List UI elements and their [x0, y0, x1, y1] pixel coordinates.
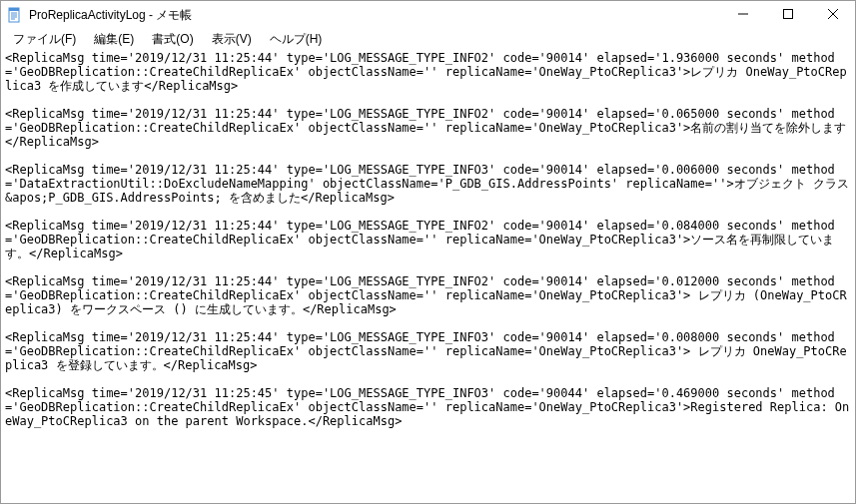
- svg-rect-1: [9, 8, 19, 11]
- window-controls: [720, 1, 855, 29]
- menu-format[interactable]: 書式(O): [144, 29, 201, 50]
- menubar: ファイル(F) 編集(E) 書式(O) 表示(V) ヘルプ(H): [1, 29, 855, 49]
- menu-file[interactable]: ファイル(F): [5, 29, 84, 50]
- close-icon: [828, 8, 838, 22]
- window-title: ProReplicaActivityLog - メモ帳: [29, 7, 720, 24]
- notepad-icon: [7, 7, 23, 23]
- maximize-icon: [783, 8, 793, 22]
- svg-rect-7: [783, 10, 792, 19]
- minimize-icon: [738, 8, 748, 22]
- menu-help[interactable]: ヘルプ(H): [262, 29, 331, 50]
- editor-textarea[interactable]: [1, 49, 855, 503]
- menu-view[interactable]: 表示(V): [204, 29, 260, 50]
- close-button[interactable]: [810, 1, 855, 29]
- titlebar: ProReplicaActivityLog - メモ帳: [1, 1, 855, 29]
- client-area: [1, 49, 855, 503]
- notepad-window: ProReplicaActivityLog - メモ帳: [0, 0, 856, 504]
- maximize-button[interactable]: [765, 1, 810, 29]
- minimize-button[interactable]: [720, 1, 765, 29]
- menu-edit[interactable]: 編集(E): [86, 29, 142, 50]
